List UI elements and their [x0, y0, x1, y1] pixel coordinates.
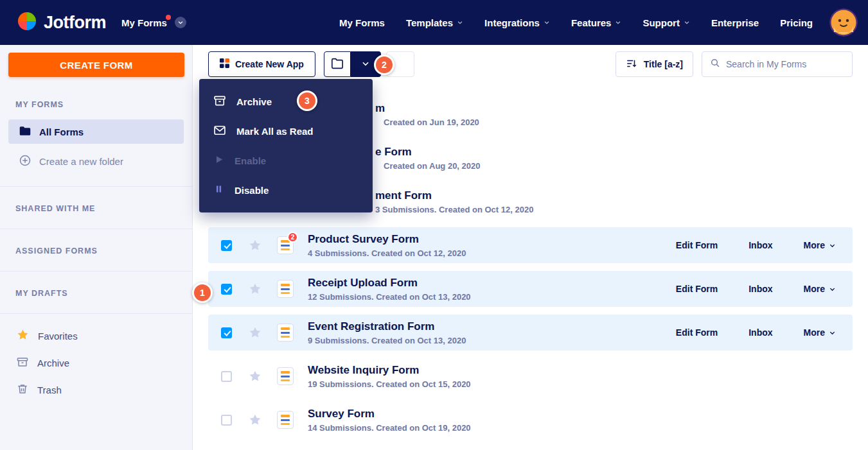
form-row[interactable]: Event Registration Form 9 Submissions. C… [208, 315, 853, 350]
menu-item-archive[interactable]: Archive [199, 87, 373, 116]
form-title[interactable]: Website Inquiry Form [308, 364, 471, 377]
more-link[interactable]: More [804, 240, 836, 250]
caret-down-icon [829, 242, 836, 249]
sidebar-item-favorites[interactable]: Favorites [0, 322, 192, 349]
nav-pricing[interactable]: Pricing [780, 17, 813, 28]
star-icon[interactable] [249, 239, 261, 252]
menu-item-label: Archive [236, 96, 272, 107]
sidebar-divider [0, 186, 192, 187]
row-checkbox[interactable] [221, 327, 232, 338]
edit-form-link[interactable]: Edit Form [676, 240, 718, 250]
workspace-caret-icon[interactable] [175, 17, 186, 28]
row-checkbox[interactable] [221, 371, 232, 382]
plus-circle-icon [19, 155, 31, 168]
menu-item-enable: Enable [199, 146, 373, 175]
section-assigned-forms[interactable]: ASSIGNED FORMS [0, 247, 192, 255]
edit-form-link[interactable]: Edit Form [676, 284, 718, 294]
nav-support[interactable]: Support [642, 17, 690, 28]
form-meta: 4 Submissions. Created on Oct 12, 2020 [308, 248, 466, 258]
row-checkbox[interactable] [221, 240, 232, 251]
form-row[interactable]: Survey Form 14 Submissions. Created on O… [208, 402, 853, 438]
row-actions: Edit Form Inbox More [676, 327, 836, 338]
move-to-folder-button[interactable] [324, 51, 351, 77]
form-row[interactable]: 2 Product Survey Form 4 Submissions. Cre… [208, 227, 853, 263]
sidebar-bottom-items: Favorites Archive Trash [0, 322, 192, 403]
sort-icon [626, 58, 637, 71]
more-link[interactable]: More [804, 284, 836, 294]
edit-form-link[interactable]: Edit Form [676, 327, 718, 338]
workspace-label: My Forms [121, 17, 167, 28]
trash-icon [17, 383, 28, 397]
caret-down-icon [457, 19, 463, 26]
menu-item-label: Mark All as Read [236, 126, 314, 137]
workspace-switcher[interactable]: My Forms [121, 17, 186, 28]
form-title[interactable]: e Form [375, 146, 481, 159]
menu-item-label: Disable [235, 185, 269, 196]
more-link[interactable]: More [804, 327, 836, 338]
create-new-app-button[interactable]: Create New App [208, 51, 315, 77]
bulk-actions-menu: Archive Mark All as Read Enable Disable [199, 79, 373, 212]
row-checkbox[interactable] [221, 284, 232, 295]
logo-text: Jotform [44, 13, 106, 33]
form-title[interactable]: ment Form [375, 189, 533, 202]
form-title[interactable]: Event Registration Form [308, 320, 466, 333]
list-toolbar: Create New App Title [a-z] [208, 51, 853, 77]
inbox-link[interactable]: Inbox [748, 284, 772, 294]
row-checkbox[interactable] [221, 415, 232, 426]
form-icon [277, 367, 294, 385]
form-title-block: Survey Form 14 Submissions. Created on O… [308, 408, 471, 433]
form-meta: Created on Jun 19, 2020 [384, 117, 479, 127]
section-my-forms: MY FORMS [0, 100, 192, 109]
sidebar-item-label: Archive [37, 358, 69, 368]
nav-my-forms[interactable]: My Forms [339, 17, 385, 28]
menu-item-label: Enable [235, 155, 266, 166]
form-row[interactable]: Receipt Upload Form 12 Submissions. Crea… [208, 271, 853, 307]
sidebar-item-label: All Forms [39, 126, 84, 137]
create-form-button[interactable]: CREATE FORM [8, 53, 184, 77]
form-icon [277, 411, 294, 429]
nav-integrations[interactable]: Integrations [484, 17, 550, 28]
section-my-drafts[interactable]: MY DRAFTS [0, 289, 192, 298]
step-annotation-1: 1 [192, 282, 213, 303]
archive-icon [213, 94, 226, 109]
caret-down-icon [361, 59, 370, 70]
sidebar-item-create-folder[interactable]: Create a new folder [8, 151, 184, 171]
sidebar-item-label: Create a new folder [39, 156, 123, 167]
archive-icon [17, 356, 28, 370]
form-title-block: e Form Created on Aug 20, 2020 [375, 146, 481, 171]
sort-button[interactable]: Title [a-z] [616, 51, 693, 77]
app-grid-icon [220, 58, 229, 70]
star-icon[interactable] [249, 326, 261, 339]
form-title[interactable]: Survey Form [308, 408, 471, 420]
user-avatar[interactable] [829, 8, 858, 37]
section-shared-with-me[interactable]: SHARED WITH ME [0, 204, 192, 213]
form-row[interactable]: Website Inquiry Form 19 Submissions. Cre… [208, 358, 853, 394]
menu-item-disable[interactable]: Disable [199, 175, 373, 205]
form-title-block: m Created on Jun 19, 2020 [375, 102, 479, 127]
star-icon[interactable] [249, 413, 261, 426]
inbox-link[interactable]: Inbox [748, 240, 772, 250]
folder-icon [19, 126, 31, 138]
form-title[interactable]: m [375, 102, 479, 115]
sidebar-item-trash[interactable]: Trash [0, 376, 192, 403]
star-icon[interactable] [249, 282, 261, 295]
star-icon[interactable] [249, 370, 261, 383]
jotform-logo[interactable]: Jotform [17, 11, 106, 34]
sidebar-divider [0, 313, 192, 314]
nav-features[interactable]: Features [571, 17, 622, 28]
jotform-logo-icon [17, 11, 37, 34]
search-input[interactable] [726, 59, 844, 69]
inbox-link[interactable]: Inbox [748, 327, 772, 338]
form-icon [277, 324, 294, 342]
nav-enterprise[interactable]: Enterprise [711, 17, 759, 28]
form-title[interactable]: Product Survey Form [308, 233, 466, 246]
form-title[interactable]: Receipt Upload Form [308, 277, 471, 290]
play-icon [213, 154, 224, 167]
sidebar-divider [0, 229, 192, 229]
form-icon [277, 280, 294, 298]
menu-item-mark-all-read[interactable]: Mark All as Read [199, 116, 373, 146]
form-meta: 14 Submissions. Created on Oct 19, 2020 [308, 423, 471, 433]
nav-templates[interactable]: Templates [406, 17, 463, 28]
sidebar-item-archive[interactable]: Archive [0, 349, 192, 376]
sidebar-item-all-forms[interactable]: All Forms [8, 119, 184, 144]
